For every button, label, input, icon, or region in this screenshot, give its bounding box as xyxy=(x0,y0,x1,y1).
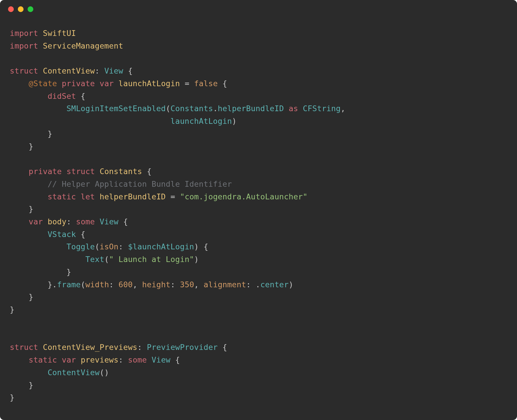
minimize-icon[interactable] xyxy=(18,6,24,12)
param-label: isOn xyxy=(100,242,119,251)
keyword-as: as xyxy=(289,104,298,113)
var-name: helperBundleID xyxy=(100,192,166,201)
type-name: View xyxy=(152,355,171,364)
keyword-struct: struct xyxy=(67,167,95,176)
module-name: ServiceManagement xyxy=(43,41,123,50)
type-name: CFString xyxy=(303,104,341,113)
type-name: Constants xyxy=(100,167,142,176)
constructor-call: ContentView xyxy=(48,368,100,377)
keyword-import: import xyxy=(10,41,38,50)
number-literal: 600 xyxy=(119,280,133,289)
code-editor-window: import SwiftUI import ServiceManagement … xyxy=(0,0,517,420)
zoom-icon[interactable] xyxy=(28,6,33,12)
param-label: alignment xyxy=(204,280,246,289)
var-name: launchAtLogin xyxy=(119,79,180,88)
keyword-import: import xyxy=(10,29,38,38)
var-name: previews xyxy=(81,355,119,364)
keyword-let: let xyxy=(81,192,95,201)
keyword-private: private xyxy=(29,167,62,176)
type-ref: Constants xyxy=(171,104,213,113)
string-literal: "com.jogendra.AutoLauncher" xyxy=(180,192,307,201)
module-name: SwiftUI xyxy=(43,29,76,38)
function-call: Toggle xyxy=(66,242,95,251)
function-call: Text xyxy=(85,255,104,264)
keyword-some: some xyxy=(128,355,147,364)
arg-name: launchAtLogin xyxy=(170,117,232,126)
string-literal: " Launch at Login" xyxy=(109,255,194,264)
var-name: body xyxy=(48,217,67,226)
enum-case: center xyxy=(260,280,289,289)
type-name: ContentView xyxy=(43,66,95,75)
keyword-var: var xyxy=(100,79,114,88)
keyword-some: some xyxy=(76,217,95,226)
keyword-var: var xyxy=(62,355,76,364)
binding-ref: $launchAtLogin xyxy=(128,242,194,251)
type-name: ContentView_Previews xyxy=(43,343,137,352)
function-call: VStack xyxy=(48,230,76,239)
number-literal: 350 xyxy=(180,280,194,289)
keyword-struct: struct xyxy=(10,343,38,352)
type-name: View xyxy=(100,217,119,226)
param-label: height xyxy=(142,280,171,289)
bool-literal: false xyxy=(194,79,218,88)
keyword-static: static xyxy=(29,355,57,364)
function-call: SMLoginItemSetEnabled xyxy=(66,104,166,113)
window-titlebar xyxy=(0,0,517,18)
keyword-didset: didSet xyxy=(48,92,76,101)
keyword-static: static xyxy=(48,192,76,201)
protocol-name: View xyxy=(104,66,123,75)
keyword-private: private xyxy=(62,79,95,88)
code-area: import SwiftUI import ServiceManagement … xyxy=(0,18,517,415)
protocol-name: PreviewProvider xyxy=(147,343,218,352)
param-label: width xyxy=(85,280,109,289)
property-ref: helperBundleID xyxy=(218,104,284,113)
method-call: frame xyxy=(57,280,81,289)
keyword-var: var xyxy=(29,217,43,226)
keyword-struct: struct xyxy=(10,66,38,75)
property-wrapper: @State xyxy=(29,79,57,88)
comment: // Helper Application Bundle Identifier xyxy=(48,180,232,188)
close-icon[interactable] xyxy=(8,6,14,12)
